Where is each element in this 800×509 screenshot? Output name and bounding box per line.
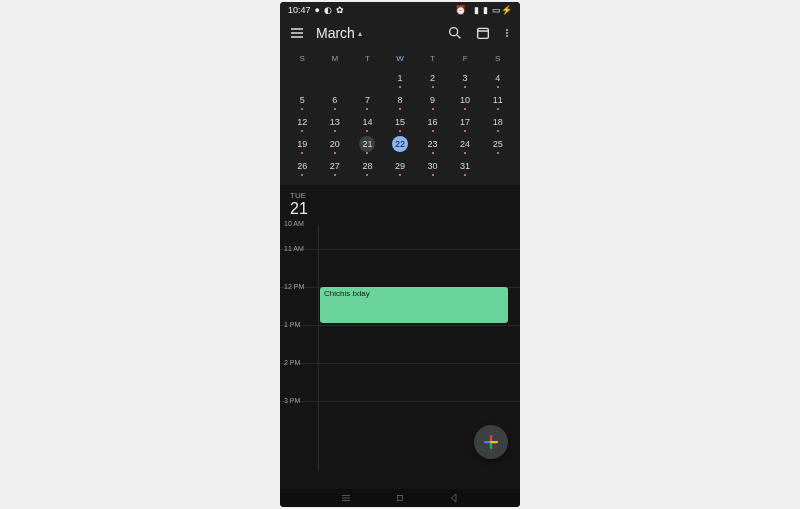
chevron-up-icon: ▴ (358, 29, 362, 38)
event-dot-icon (464, 130, 466, 132)
event-dot-icon (301, 108, 303, 110)
event-dot-icon (366, 108, 368, 110)
day-cell[interactable]: 17 (449, 111, 482, 133)
menu-icon (289, 25, 305, 41)
day-cell[interactable]: 12 (286, 111, 319, 133)
day-cell[interactable]: 29 (384, 155, 417, 177)
day-number-label: 13 (327, 114, 343, 130)
day-cell[interactable]: 13 (319, 111, 352, 133)
day-cell[interactable]: 20 (319, 133, 352, 155)
back-button[interactable] (447, 491, 461, 505)
day-number-label: 24 (457, 136, 473, 152)
dow-header-cell: T (416, 50, 449, 67)
month-label: March (316, 25, 355, 41)
day-number-label: 14 (359, 114, 375, 130)
event-dot-icon (432, 152, 434, 154)
day-number-label: 15 (392, 114, 408, 130)
event-dot-icon (366, 130, 368, 132)
day-cell[interactable]: 26 (286, 155, 319, 177)
overflow-icon (502, 25, 512, 41)
day-cell[interactable]: 7 (351, 89, 384, 111)
dow-header-cell: S (286, 50, 319, 67)
event-dot-icon (399, 108, 401, 110)
day-header: TUE 21 (280, 185, 520, 225)
battery-icon: ▭⚡ (492, 5, 512, 15)
day-number-label: 21 (359, 136, 375, 152)
day-cell[interactable]: 30 (416, 155, 449, 177)
day-cell[interactable]: 23 (416, 133, 449, 155)
day-cell[interactable]: 4 (481, 67, 514, 89)
day-cell[interactable]: 28 (351, 155, 384, 177)
event-dot-icon (301, 130, 303, 132)
day-cell[interactable]: 11 (481, 89, 514, 111)
day-cell[interactable]: 15 (384, 111, 417, 133)
day-cell[interactable]: 25 (481, 133, 514, 155)
hour-row[interactable]: 10 AM (280, 225, 520, 249)
event-dot-icon (497, 86, 499, 88)
hour-label: 2 PM (284, 359, 314, 366)
day-number-label (327, 70, 343, 86)
day-number-label: 31 (457, 158, 473, 174)
phone-frame: 10:47 ● ◐ ✿ ⏰ ▮ ▮ ▭⚡ March ▴ (280, 2, 520, 507)
day-cell[interactable]: 21 (351, 133, 384, 155)
day-number: 21 (290, 200, 308, 218)
day-cell[interactable]: 2 (416, 67, 449, 89)
day-cell[interactable]: 6 (319, 89, 352, 111)
info-icon: ◐ (324, 5, 332, 15)
event-dot-icon (464, 174, 466, 176)
day-view[interactable]: TUE 21 10 AM11 AM12 PM1 PM2 PM3 PM Chich… (280, 185, 520, 489)
status-time: 10:47 (288, 5, 311, 15)
day-number-label: 23 (425, 136, 441, 152)
month-grid[interactable]: SMTWTFS 12345678910111213141516171819202… (280, 48, 520, 185)
day-number-label: 30 (425, 158, 441, 174)
day-cell[interactable]: 22 (384, 133, 417, 155)
home-button[interactable] (393, 491, 407, 505)
hour-row[interactable]: 1 PM (280, 325, 520, 363)
day-cell[interactable]: 5 (286, 89, 319, 111)
search-button[interactable] (446, 24, 464, 42)
calendar-event[interactable]: Chichis bday (320, 287, 508, 323)
hour-row[interactable]: 2 PM (280, 363, 520, 401)
svg-rect-5 (398, 496, 403, 501)
day-cell[interactable]: 14 (351, 111, 384, 133)
day-cell[interactable]: 10 (449, 89, 482, 111)
day-cell[interactable]: 31 (449, 155, 482, 177)
event-dot-icon (334, 130, 336, 132)
day-cell[interactable]: 19 (286, 133, 319, 155)
hour-label: 10 AM (284, 220, 314, 227)
recents-button[interactable] (339, 491, 353, 505)
day-cell[interactable]: 3 (449, 67, 482, 89)
event-dot-icon (366, 174, 368, 176)
day-cell (319, 67, 352, 89)
today-button[interactable] (474, 24, 492, 42)
day-cell[interactable]: 27 (319, 155, 352, 177)
day-number-label: 1 (392, 70, 408, 86)
hour-row[interactable]: 11 AM (280, 249, 520, 287)
event-dot-icon (497, 152, 499, 154)
day-number-label (490, 158, 506, 174)
event-dot-icon (334, 108, 336, 110)
day-cell[interactable]: 8 (384, 89, 417, 111)
month-dropdown[interactable]: March ▴ (316, 25, 362, 41)
event-dot-icon (399, 174, 401, 176)
signal-icon-2: ▮ (483, 5, 488, 15)
day-cell[interactable]: 1 (384, 67, 417, 89)
create-event-fab[interactable] (474, 425, 508, 459)
day-number-label: 22 (392, 136, 408, 152)
day-number-label: 16 (425, 114, 441, 130)
day-number-label: 9 (425, 92, 441, 108)
day-cell[interactable]: 16 (416, 111, 449, 133)
alarm-icon: ⏰ (455, 5, 466, 15)
overflow-button[interactable] (502, 24, 512, 42)
day-number-label: 8 (392, 92, 408, 108)
day-cell[interactable]: 9 (416, 89, 449, 111)
day-number-label: 25 (490, 136, 506, 152)
menu-button[interactable] (288, 24, 306, 42)
system-nav-bar (280, 489, 520, 507)
dow-header-cell: F (449, 50, 482, 67)
event-dot-icon (464, 152, 466, 154)
day-cell[interactable]: 18 (481, 111, 514, 133)
event-dot-icon (399, 86, 401, 88)
day-cell[interactable]: 24 (449, 133, 482, 155)
day-number-label: 19 (294, 136, 310, 152)
